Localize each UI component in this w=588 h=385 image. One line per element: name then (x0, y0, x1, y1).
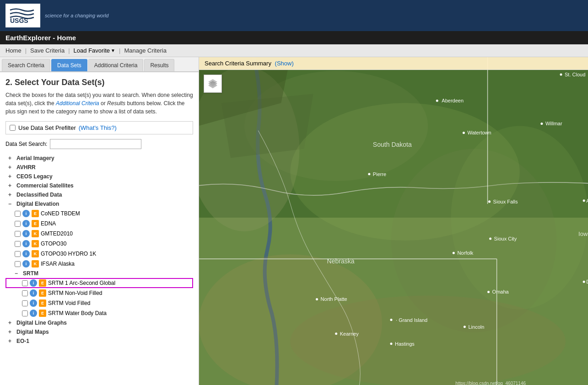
nav-bar: Home | Save Criteria | Load Favorite ▼ |… (0, 44, 588, 57)
tree-label-declassified[interactable]: Declassified Data (16, 192, 62, 198)
info-icon-gmted[interactable]: i (22, 230, 30, 237)
tree-label-srtm[interactable]: SRTM (23, 270, 38, 277)
expand-icon-digital-elev: − (8, 201, 15, 207)
checkbox-srtm1arc[interactable] (22, 280, 28, 286)
tree-item-declassified[interactable]: + Declassified Data (5, 190, 193, 199)
checkbox-ifsar[interactable] (15, 261, 21, 267)
tree-item-srtm-void[interactable]: i E SRTM Void Filled (5, 298, 193, 308)
doc-icon-srtm-nonvoid[interactable]: E (39, 289, 46, 297)
prefilter-checkbox[interactable] (10, 125, 16, 131)
svg-point-35 (453, 252, 455, 254)
info-icon-edna[interactable]: i (22, 220, 30, 227)
svg-point-33 (583, 199, 585, 202)
tree-label-srtm1arc[interactable]: SRTM 1 Arc-Second Global (48, 280, 115, 286)
doc-icon-coned[interactable]: E (32, 210, 39, 217)
svg-point-41 (316, 298, 318, 300)
tree-label-digital-elev[interactable]: Digital Elevation (16, 201, 59, 207)
tree-label-edna[interactable]: EDNA (41, 220, 56, 227)
tab-additional-criteria[interactable]: Additional Criteria (88, 59, 144, 71)
tab-results[interactable]: Results (144, 59, 174, 71)
summary-show-link[interactable]: (Show) (275, 60, 294, 67)
tree-item-srtm-nonvoid[interactable]: i E SRTM Non-Void Filled (5, 288, 193, 298)
doc-icon-ifsar[interactable]: K (32, 260, 39, 267)
tree-item-gtopo30[interactable]: i K GTOPO30 (5, 239, 193, 249)
info-icon-gtopo30hydro[interactable]: i (22, 250, 30, 257)
tree-label-srtm-nonvoid[interactable]: SRTM Non-Void Filled (48, 290, 102, 296)
info-icon-gtopo30[interactable]: i (22, 240, 30, 247)
doc-icon-srtm1arc[interactable]: E (39, 279, 46, 287)
nav-home[interactable]: Home (4, 46, 23, 55)
tree-label-coned[interactable]: CoNED TBDEM (41, 210, 80, 217)
doc-icon-srtm-void[interactable]: E (39, 299, 46, 307)
nav-load-favorite[interactable]: Load Favorite ▼ (72, 46, 117, 55)
map-layers-button[interactable] (204, 75, 222, 93)
svg-text:Hastings: Hastings (395, 341, 415, 347)
tree-item-commercial[interactable]: + Commercial Satellites (5, 181, 193, 190)
svg-text:St. Cloud: St. Cloud (565, 72, 585, 77)
checkbox-srtm-nonvoid[interactable] (22, 290, 28, 296)
tree-label-avhrr[interactable]: AVHRR (16, 164, 36, 171)
tree-item-gtopo30hydro[interactable]: i K GTOPO30 HYDRO 1K (5, 249, 193, 259)
checkbox-edna[interactable] (15, 221, 21, 227)
checkbox-srtm-void[interactable] (22, 300, 28, 306)
doc-icon-gtopo30hydro[interactable]: K (32, 250, 39, 257)
nav-manage-criteria[interactable]: Manage Criteria (122, 46, 168, 55)
whats-this-link[interactable]: (What's This?) (79, 124, 117, 131)
tree-label-digital-maps[interactable]: Digital Maps (16, 329, 49, 335)
info-icon-ifsar[interactable]: i (22, 260, 30, 267)
tree-item-ifsar[interactable]: i K IFSAR Alaska (5, 259, 193, 269)
tree-item-avhrr[interactable]: + AVHRR (5, 163, 193, 172)
svg-text:Watertown: Watertown (467, 130, 491, 135)
tree-item-srtm1arc[interactable]: i E SRTM 1 Arc-Second Global (5, 278, 193, 288)
panel-content: 2. Select Your Data Set(s) Check the box… (0, 72, 199, 385)
info-icon-coned[interactable]: i (22, 210, 30, 217)
tree-label-gtopo30hydro[interactable]: GTOPO30 HYDRO 1K (41, 251, 96, 257)
tree-item-eo1[interactable]: + EO-1 (5, 337, 193, 346)
doc-icon-srtm-water[interactable]: E (39, 310, 46, 317)
doc-icon-gmted[interactable]: K (32, 230, 39, 237)
tree-item-aerial[interactable]: + Aerial Imagery (5, 154, 193, 163)
additional-criteria-link[interactable]: Additional Criteria (56, 100, 99, 107)
map-panel[interactable]: Search Criteria Summary (Show) (199, 57, 588, 385)
tree-label-srtm-water[interactable]: SRTM Water Body Data (48, 310, 107, 316)
checkbox-coned[interactable] (15, 211, 21, 217)
tab-search-criteria[interactable]: Search Criteria (2, 59, 50, 71)
tree-item-gmted[interactable]: i K GMTED2010 (5, 229, 193, 239)
tree-item-edna[interactable]: i E EDNA (5, 219, 193, 229)
checkbox-srtm-water[interactable] (22, 310, 28, 316)
doc-icon-edna[interactable]: E (32, 220, 39, 227)
tree-label-srtm-void[interactable]: SRTM Void Filled (48, 300, 90, 306)
logo-subtitle: science for a changing world (45, 13, 108, 18)
tree-label-eo1[interactable]: EO-1 (16, 338, 29, 344)
info-icon-srtm1arc[interactable]: i (30, 279, 37, 287)
svg-text:Iowa: Iowa (578, 230, 588, 237)
dataset-search-input[interactable] (50, 139, 141, 149)
tree-label-gtopo30[interactable]: GTOPO30 (41, 241, 66, 247)
checkbox-gtopo30[interactable] (15, 241, 21, 247)
tree-item-ceos[interactable]: + CEOS Legacy (5, 172, 193, 181)
tree-item-srtm-water[interactable]: i E SRTM Water Body Data (5, 308, 193, 318)
results-link[interactable]: Results (107, 100, 125, 107)
svg-point-53 (583, 281, 585, 283)
tree-label-aerial[interactable]: Aerial Imagery (16, 155, 54, 161)
tree-item-digital-elev[interactable]: − Digital Elevation (5, 199, 193, 209)
tree-label-ifsar[interactable]: IFSAR Alaska (41, 261, 75, 267)
info-icon-srtm-nonvoid[interactable]: i (30, 289, 37, 297)
nav-save-criteria[interactable]: Save Criteria (28, 46, 66, 55)
tree-item-coned[interactable]: i E CoNED TBDEM (5, 209, 193, 219)
tree-item-srtm[interactable]: − SRTM (5, 269, 193, 278)
tree-label-ceos[interactable]: CEOS Legacy (16, 173, 53, 180)
tree-label-gmted[interactable]: GMTED2010 (41, 230, 73, 237)
expand-icon-digital-maps: + (8, 329, 15, 335)
info-icon-srtm-void[interactable]: i (30, 299, 37, 307)
tree-label-digital-line[interactable]: Digital Line Graphs (16, 320, 67, 326)
svg-text:· Grand Island: · Grand Island (396, 317, 427, 323)
checkbox-gtopo30hydro[interactable] (15, 251, 21, 257)
tree-item-digital-maps[interactable]: + Digital Maps (5, 327, 193, 337)
tab-data-sets[interactable]: Data Sets (51, 59, 87, 71)
doc-icon-gtopo30[interactable]: K (32, 240, 39, 247)
checkbox-gmted[interactable] (15, 231, 21, 237)
tree-item-digital-line[interactable]: + Digital Line Graphs (5, 318, 193, 327)
info-icon-srtm-water[interactable]: i (30, 310, 37, 317)
tree-label-commercial[interactable]: Commercial Satellites (16, 182, 74, 189)
